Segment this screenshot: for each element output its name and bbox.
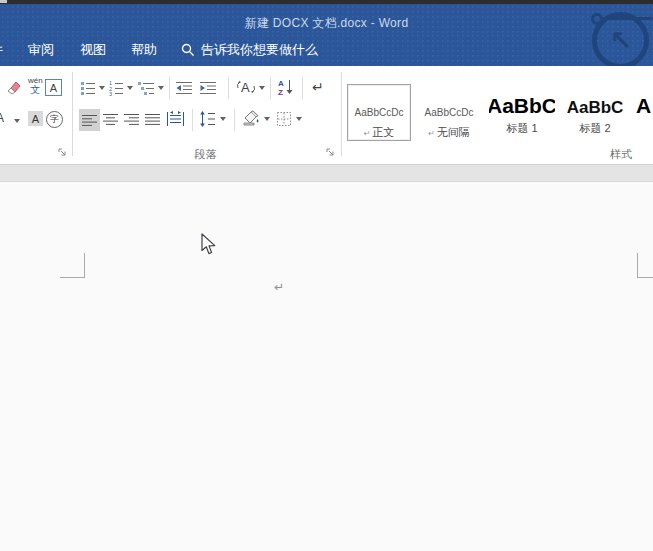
multilevel-list-dropdown[interactable] — [158, 86, 164, 90]
style-name: 无间隔 — [437, 126, 470, 138]
asian-layout-dropdown[interactable] — [259, 86, 265, 90]
document-canvas[interactable]: ↵ — [0, 182, 653, 551]
watermark-logo-icon: ↖ — [592, 12, 649, 69]
style-heading-1[interactable]: AaBbC 标题 1 — [488, 84, 556, 141]
divider — [228, 77, 229, 99]
phonetic-guide-icon[interactable]: wén 文 — [28, 77, 43, 95]
paragraph-group-label: 段落 — [78, 147, 333, 162]
line-spacing-dropdown[interactable] — [220, 117, 226, 121]
tab-view[interactable]: 视图 — [80, 41, 106, 59]
margin-corner-top-right — [637, 253, 653, 278]
style-name: 标题 1 — [489, 121, 555, 136]
show-formatting-marks-icon[interactable]: ↵ — [312, 79, 324, 95]
paragraph-mark: ↵ — [274, 280, 284, 294]
return-mark-icon: ↵ — [364, 129, 371, 138]
style-preview: AaBbCcDc — [417, 85, 481, 122]
asian-layout-letter: A — [241, 80, 250, 95]
style-partial[interactable]: A — [635, 84, 653, 141]
title-bar: 新建 DOCX 文档.docx - Word — [0, 4, 653, 33]
font-color-dropdown[interactable] — [14, 119, 20, 123]
tab-partial[interactable]: 件 — [0, 41, 3, 59]
style-preview: AaBbC — [489, 85, 555, 118]
word-window: 新建 DOCX 文档.docx - Word ↖ 件 审阅 视图 帮助 告诉我你… — [0, 0, 653, 551]
screen-top-edge-highlight — [0, 0, 7, 3]
ribbon-tab-row: 件 审阅 视图 帮助 告诉我你想要做什么 — [0, 33, 653, 66]
enclose-characters-icon[interactable]: 字 — [46, 111, 63, 128]
return-mark-icon: ↵ — [428, 129, 435, 138]
numbering-digit-3: 3 — [109, 91, 112, 96]
style-no-spacing[interactable]: AaBbCcDc ↵无间隔 — [416, 84, 482, 141]
divider — [169, 77, 170, 99]
borders-dropdown[interactable] — [296, 117, 302, 121]
style-normal[interactable]: AaBbCcDc ↵正文 — [347, 84, 411, 141]
divider — [270, 77, 271, 99]
shading-dropdown[interactable] — [264, 117, 270, 121]
shading-icon[interactable] — [242, 110, 260, 127]
phonetic-bottom-text: 文 — [30, 84, 40, 95]
numbering-dropdown[interactable] — [127, 86, 133, 90]
tell-me-box[interactable]: 告诉我你想要做什么 — [201, 41, 318, 59]
group-divider — [72, 72, 73, 156]
align-center-icon[interactable] — [103, 113, 119, 126]
watermark-arrow-icon: ↖ — [609, 25, 632, 57]
asian-layout-icon[interactable]: A — [235, 78, 257, 96]
numbering-icon[interactable]: 1 2 3 — [108, 80, 124, 96]
increase-indent-icon[interactable] — [199, 80, 217, 96]
borders-icon[interactable] — [276, 111, 292, 127]
paragraph-dialog-launcher[interactable] — [326, 148, 335, 157]
mouse-cursor-icon — [200, 233, 217, 256]
style-preview: AaBbCcDc — [348, 85, 410, 122]
bullets-dropdown[interactable] — [99, 86, 105, 90]
style-preview: A — [636, 85, 653, 118]
style-name: 正文 — [372, 126, 394, 138]
styles-group-label: 样式 — [610, 147, 632, 162]
character-border-icon[interactable]: A — [45, 79, 62, 96]
font-dialog-launcher[interactable] — [58, 148, 67, 157]
decrease-indent-icon[interactable] — [175, 80, 193, 96]
style-name: 标题 2 — [562, 121, 628, 136]
search-icon — [181, 43, 195, 57]
justify-icon[interactable] — [145, 113, 161, 126]
line-spacing-icon[interactable] — [199, 111, 216, 127]
tab-help[interactable]: 帮助 — [131, 41, 157, 59]
sort-letter-a: A — [278, 79, 284, 88]
sort-icon[interactable]: A Z — [277, 78, 294, 96]
divider — [192, 109, 193, 131]
align-right-icon[interactable] — [124, 113, 140, 126]
tab-review[interactable]: 审阅 — [28, 41, 54, 59]
divider — [302, 77, 303, 99]
align-left-icon[interactable] — [79, 109, 100, 131]
style-preview: AaBbC — [562, 85, 628, 118]
window-title: 新建 DOCX 文档.docx - Word — [0, 15, 653, 32]
character-shading-icon[interactable]: A — [28, 111, 43, 126]
margin-corner-top-left — [60, 253, 85, 278]
group-divider — [341, 72, 342, 156]
ribbon-bottom-strip — [0, 165, 653, 182]
bullets-icon[interactable] — [80, 80, 96, 96]
sort-letter-z: Z — [278, 88, 283, 96]
font-color-icon[interactable]: A — [0, 112, 4, 124]
distributed-icon[interactable] — [166, 111, 185, 127]
multilevel-list-icon[interactable] — [137, 80, 155, 96]
divider — [234, 109, 235, 131]
clear-formatting-icon[interactable] — [6, 79, 22, 95]
style-heading-2[interactable]: AaBbC 标题 2 — [561, 84, 629, 141]
ribbon: wén 文 A A A 字 1 2 — [0, 66, 653, 165]
